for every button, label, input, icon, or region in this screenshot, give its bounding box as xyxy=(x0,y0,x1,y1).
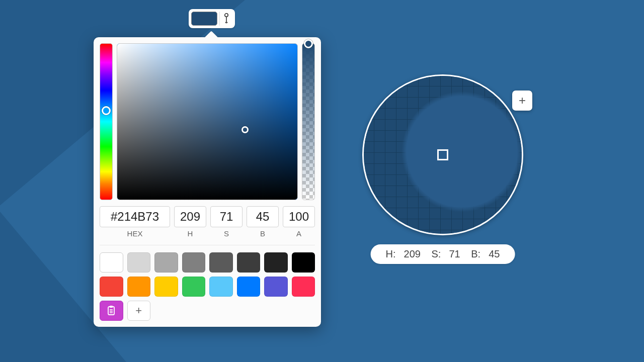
clipboard-swatch-button[interactable] xyxy=(100,301,123,321)
alpha-input[interactable]: 100 xyxy=(283,206,315,227)
sb-thumb[interactable] xyxy=(242,126,249,133)
swatch-blue[interactable] xyxy=(237,277,261,297)
swatch-pink[interactable] xyxy=(292,277,315,297)
hue-slider[interactable] xyxy=(100,43,113,200)
swatch-green[interactable] xyxy=(182,277,206,297)
swatch-gray-5[interactable] xyxy=(237,252,261,273)
loupe-s-label: S: xyxy=(432,248,441,259)
hue-thumb[interactable] xyxy=(102,106,111,115)
saturation-brightness-area[interactable] xyxy=(117,43,298,200)
swatch-orange[interactable] xyxy=(127,277,151,297)
swatch-gray-1[interactable] xyxy=(127,252,151,273)
alpha-thumb[interactable] xyxy=(304,39,313,48)
swatch-gray-6[interactable] xyxy=(264,252,288,273)
brightness-input[interactable]: 45 xyxy=(247,206,279,227)
swatch-grid: + xyxy=(100,252,315,321)
loupe-add-button[interactable]: + xyxy=(512,90,532,111)
hex-input[interactable]: #214B73 xyxy=(100,206,170,227)
color-well[interactable] xyxy=(189,9,235,28)
swatch-sky[interactable] xyxy=(209,277,233,297)
plus-icon: + xyxy=(135,304,142,317)
brightness-label: B xyxy=(260,229,265,238)
loupe-b-value: 45 xyxy=(489,248,500,259)
add-swatch-button[interactable]: + xyxy=(127,301,151,321)
saturation-input[interactable]: 71 xyxy=(210,206,243,227)
swatch-gray-2[interactable] xyxy=(154,252,178,273)
eyedropper-icon xyxy=(222,13,230,24)
swatch-gray-3[interactable] xyxy=(182,252,206,273)
saturation-label: S xyxy=(224,229,229,238)
loupe-readout: H:209 S:71 B:45 xyxy=(371,244,515,264)
svg-rect-1 xyxy=(108,307,114,315)
alpha-label: A xyxy=(296,229,301,238)
loupe-s-value: 71 xyxy=(449,248,460,259)
loupe-center-pixel xyxy=(437,149,448,160)
svg-rect-2 xyxy=(110,306,113,308)
clipboard-icon xyxy=(107,305,116,316)
eyedropper-loupe[interactable]: + H:209 S:71 B:45 xyxy=(362,74,523,235)
svg-point-0 xyxy=(224,14,227,17)
swatch-red[interactable] xyxy=(100,277,123,297)
value-inputs: #214B73 HEX 209 H 71 S 45 B 100 A xyxy=(100,206,315,245)
eyedropper-button[interactable] xyxy=(219,12,232,26)
swatch-yellow[interactable] xyxy=(154,277,178,297)
plus-icon: + xyxy=(519,94,526,108)
color-picker-popover: #214B73 HEX 209 H 71 S 45 B 100 A xyxy=(94,37,321,327)
alpha-slider[interactable] xyxy=(302,43,315,200)
loupe-h-value: 209 xyxy=(404,248,421,259)
loupe-b-label: B: xyxy=(471,248,480,259)
swatch-gray-4[interactable] xyxy=(209,252,233,273)
loupe-h-label: H: xyxy=(386,248,396,259)
swatch-indigo[interactable] xyxy=(264,277,288,297)
hue-label: H xyxy=(188,229,193,238)
swatch-white[interactable] xyxy=(100,252,123,273)
loupe-ring xyxy=(362,74,523,235)
current-color-swatch[interactable] xyxy=(191,12,217,26)
hex-label: HEX xyxy=(127,229,143,238)
swatch-black[interactable] xyxy=(292,252,315,273)
hue-input[interactable]: 209 xyxy=(174,206,206,227)
